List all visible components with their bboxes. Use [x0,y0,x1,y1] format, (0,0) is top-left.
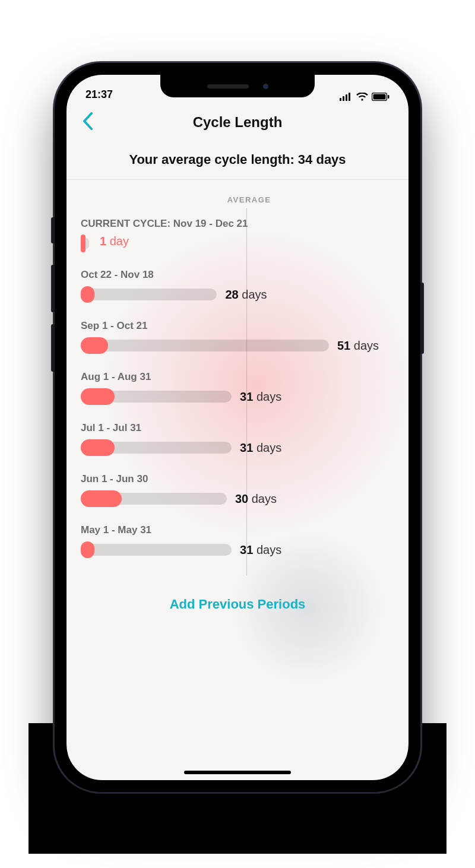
cycle-bar-fill [81,541,94,558]
screen: 21:37 Cycle Length Your average cycle le… [66,75,408,780]
cycle-bar-fill [81,388,115,405]
svg-rect-6 [388,95,390,99]
cycle-bar-line: 30 days [81,490,394,508]
cycle-bar-track [81,289,217,300]
phone-frame: 21:37 Cycle Length Your average cycle le… [55,63,420,792]
page-title: Cycle Length [193,114,283,131]
add-previous-periods-link[interactable]: Add Previous Periods [66,581,408,629]
cycle-range-label: May 1 - May 31 [81,524,394,536]
back-button[interactable] [77,110,99,132]
chevron-left-icon [83,112,93,130]
cycle-day-count: 51 days [337,339,379,353]
svg-rect-3 [349,93,350,101]
cycle-bar-fill [81,490,122,507]
cycle-range-label: Jun 1 - Jun 30 [81,473,394,485]
front-camera [263,84,268,89]
cycle-row[interactable]: Sep 1 - Oct 2151 days [81,320,394,354]
cycle-day-count: 28 days [225,288,267,302]
cellular-icon [340,93,353,101]
cycle-bar-line: 31 days [81,388,394,406]
notch [160,75,315,97]
cycle-bar-track [81,391,232,403]
cycle-range-label: Jul 1 - Jul 31 [81,422,394,434]
cycle-bar-fill [81,286,94,303]
svg-rect-2 [346,94,347,101]
cycle-range-label: Sep 1 - Oct 21 [81,320,394,332]
cycle-bar-line: 28 days [81,286,394,303]
mute-switch [51,217,55,243]
speaker-grille [207,84,249,88]
cycle-row[interactable]: Aug 1 - Aug 3131 days [81,371,394,406]
cycle-bar-fill [81,439,115,456]
cycle-range-label: Oct 22 - Nov 18 [81,269,394,281]
battery-icon [372,93,390,101]
cycle-bar-track [81,544,232,556]
volume-down-button [51,324,55,372]
cycle-row[interactable]: Jul 1 - Jul 3131 days [81,422,394,457]
cycle-row[interactable]: CURRENT CYCLE: Nov 19 - Dec 211 day [81,218,394,252]
cycle-bar-track [81,442,232,454]
cycle-bar-line: 31 days [81,541,394,559]
cycle-day-count: 31 days [240,441,281,455]
cycle-row[interactable]: May 1 - May 3131 days [81,524,394,559]
cycle-bar-fill [81,337,108,354]
svg-rect-5 [373,94,386,100]
cycle-bar-track [81,493,227,505]
chart-area: AVERAGE CURRENT CYCLE: Nov 19 - Dec 211 … [66,180,408,581]
cycle-list: CURRENT CYCLE: Nov 19 - Dec 211 dayOct 2… [81,218,394,559]
cycle-bar-line: 1 day [81,235,394,252]
cycle-range-label: Aug 1 - Aug 31 [81,371,394,383]
wifi-icon [356,93,368,101]
cycle-range-label: CURRENT CYCLE: Nov 19 - Dec 21 [81,218,394,230]
svg-rect-0 [340,98,341,101]
home-indicator[interactable] [184,771,291,774]
cycle-bar-track [81,340,329,351]
average-axis-label: AVERAGE [227,195,271,204]
cycle-day-count: 31 days [240,390,281,404]
cycle-day-count: 1 day [100,235,129,248]
average-summary: Your average cycle length: 34 days [66,141,408,180]
cycle-bar-line: 51 days [81,337,394,354]
power-button [420,283,424,354]
cycle-row[interactable]: Oct 22 - Nov 1828 days [81,269,394,303]
cycle-row[interactable]: Jun 1 - Jun 3030 days [81,473,394,508]
cycle-day-count: 30 days [235,492,277,506]
nav-bar: Cycle Length [66,103,408,141]
cycle-bar-fill [81,235,86,252]
cycle-bar-track [81,237,89,249]
svg-rect-1 [343,96,344,101]
volume-up-button [51,265,55,312]
cycle-bar-line: 31 days [81,439,394,457]
status-time: 21:37 [86,88,113,101]
cycle-day-count: 31 days [240,543,281,557]
